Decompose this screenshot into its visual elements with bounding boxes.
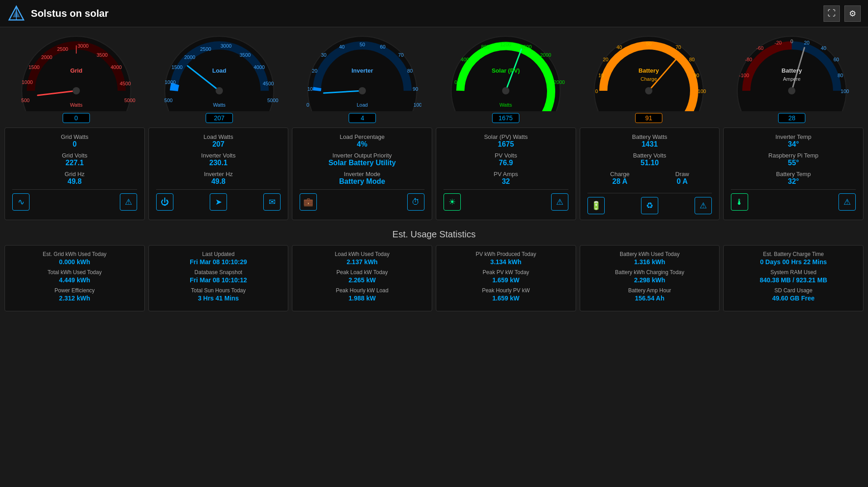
svg-text:5000: 5000 — [267, 98, 278, 103]
batt-charging-value: 2.298 kWh — [587, 276, 712, 284]
message-icon[interactable]: ✉ — [263, 193, 281, 211]
svg-text:Watts: Watts — [499, 102, 512, 108]
load-pct-label: Load Percentage — [300, 133, 424, 140]
svg-text:0: 0 — [595, 89, 598, 94]
clock-icon[interactable]: ⏱ — [407, 193, 424, 211]
load-info-card: Load Watts 207 Inverter Volts 230.1 Inve… — [148, 128, 289, 220]
last-updated-value: Fri Mar 08 10:10:29 — [156, 258, 281, 266]
svg-text:2000: 2000 — [553, 79, 564, 85]
last-updated-label: Last Updated — [156, 251, 281, 257]
pv-volts-label: PV Volts — [444, 152, 568, 159]
peak-pv-label: Peak PV kW Today — [444, 269, 568, 275]
recycle-icon[interactable]: ♻ — [641, 197, 658, 214]
fullscreen-button[interactable]: ⛶ — [824, 5, 840, 22]
peak-hourly-pv-value: 1.659 kW — [444, 295, 568, 302]
briefcase-icon[interactable]: 💼 — [300, 193, 317, 211]
svg-text:80: 80 — [838, 73, 843, 78]
battery-charge-gauge-badge: 91 — [635, 113, 662, 123]
load-gauge-badge: 207 — [206, 113, 233, 123]
batt-charging-label: Battery kWh Charging Today — [587, 269, 712, 275]
grid-hz-value: 49.8 — [12, 177, 137, 186]
svg-text:50: 50 — [646, 41, 651, 46]
header-left: Solstus on solar — [7, 5, 108, 23]
pv-amps-value: 32 — [444, 177, 568, 186]
charge-draw-row: Charge 28 A Draw 0 A — [587, 171, 712, 189]
info-cards-row: Grid Watts 0 Grid Volts 227.1 Grid Hz 49… — [0, 123, 868, 225]
batt-kwh-label: Battery kWh Used Today — [587, 251, 712, 257]
wave-icon[interactable]: ∿ — [12, 193, 30, 211]
svg-text:Inverter: Inverter — [351, 67, 373, 74]
charge-label: Charge — [610, 171, 630, 177]
header-right: ⛶ ⚙ — [824, 5, 861, 22]
power-eff-value: 2.312 kWh — [12, 295, 137, 302]
svg-text:Battery: Battery — [639, 67, 660, 74]
db-snapshot-value: Fri Mar 08 10:10:12 — [156, 276, 281, 284]
send-icon[interactable]: ➤ — [210, 193, 227, 211]
load-watts-label: Load Watts — [156, 133, 281, 140]
battery-stats-card: Battery kWh Used Today 1.316 kWh Battery… — [580, 245, 720, 311]
charge-value: 28 A — [610, 177, 630, 186]
solar-watts-label: Solar (PV) Watts — [444, 133, 568, 140]
pv-kwh-label: PV kWh Produced Today — [444, 251, 568, 257]
draw-value: 0 A — [676, 177, 689, 186]
svg-text:3000: 3000 — [221, 43, 232, 49]
inverter-info-card: Load Percentage 4% Inverter Output Prior… — [292, 128, 432, 220]
svg-text:1600: 1600 — [520, 44, 531, 49]
svg-text:0: 0 — [306, 102, 309, 108]
svg-text:70: 70 — [676, 44, 681, 50]
svg-text:90: 90 — [694, 73, 699, 78]
inverter-volts-value: 230.1 — [156, 159, 281, 167]
thermometer-icon[interactable]: 🌡 — [731, 193, 748, 211]
inverter-gauge-container: 30 40 50 60 70 20 80 Inverter 10 90 0 Lo… — [294, 32, 430, 123]
load-kwh-value: 2.137 kWh — [300, 258, 424, 266]
svg-text:10: 10 — [598, 73, 604, 78]
solar-panel-icon[interactable]: ☀ — [444, 193, 461, 211]
pi-temp-label: Raspberry Pi Temp — [731, 152, 856, 159]
battery-card-icons: 🔋 ♻ ⚠ — [587, 193, 712, 214]
peak-load-value: 2.265 kW — [300, 276, 424, 284]
total-kwh-label: Total kWh Used Today — [12, 269, 137, 275]
battery-charge-gauge-container: 10 20 40 50 70 80 90 Battery Charge 0 10… — [581, 32, 717, 123]
header: Solstus on solar ⛶ ⚙ — [0, 0, 868, 27]
misc-stats-card: Est. Battery Charge Time 0 Days 00 Hrs 2… — [723, 245, 863, 311]
batt-charge-time-label: Est. Battery Charge Time — [731, 251, 856, 257]
inv-mode-label: Inverter Mode — [300, 171, 424, 177]
solar-warning-icon[interactable]: ⚠ — [551, 193, 568, 211]
load-gauge: 2000 2500 3000 1500 3500 Load 1000 4000 … — [160, 32, 278, 111]
temp-warning-icon[interactable]: ⚠ — [838, 193, 856, 211]
svg-text:-20: -20 — [774, 40, 782, 45]
grid-volts-label: Grid Volts — [12, 152, 137, 159]
battery-ampere-gauge-container: -100 -80 -60 -20 0 20 40 60 80 Battery A… — [724, 32, 860, 123]
svg-text:90: 90 — [413, 86, 418, 92]
grid-stats-card: Est. Grid kWh Used Today 0.000 kWh Total… — [5, 245, 145, 311]
load-gauge-container: 2000 2500 3000 1500 3500 Load 1000 4000 … — [151, 32, 287, 123]
grid-watts-value: 0 — [12, 140, 137, 148]
temp-card-icons: 🌡 ⚠ — [731, 189, 856, 211]
inverter-volts-label: Inverter Volts — [156, 152, 281, 159]
batt-temp-value: 32° — [731, 177, 856, 186]
pv-amps-label: PV Amps — [444, 171, 568, 177]
logo-icon — [7, 5, 25, 23]
pv-volts-value: 76.9 — [444, 159, 568, 167]
svg-text:2000: 2000 — [540, 52, 551, 58]
grid-kwh-label: Est. Grid kWh Used Today — [12, 251, 137, 257]
svg-text:100: 100 — [698, 89, 706, 94]
total-kwh-value: 4.449 kWh — [12, 276, 137, 284]
battery-watts-value: 1431 — [587, 140, 712, 148]
db-snapshot-label: Database Snapshot — [156, 269, 281, 275]
grid-info-card: Grid Watts 0 Grid Volts 227.1 Grid Hz 49… — [5, 128, 145, 220]
svg-text:4500: 4500 — [119, 81, 130, 86]
battery-watts-label: Battery Watts — [587, 133, 712, 140]
power-icon[interactable]: ⏻ — [156, 193, 173, 211]
grid-warning-icon[interactable]: ⚠ — [120, 193, 137, 211]
power-eff-label: Power Efficiency — [12, 287, 137, 294]
svg-text:5000: 5000 — [124, 98, 135, 103]
svg-point-64 — [645, 87, 652, 94]
svg-text:2000: 2000 — [184, 54, 195, 60]
svg-text:3000: 3000 — [77, 43, 88, 49]
grid-gauge-badge: 0 — [63, 113, 90, 123]
battery-warning-icon[interactable]: ⚠ — [695, 197, 712, 214]
battery-icon[interactable]: 🔋 — [587, 197, 605, 214]
batt-charge-time-value: 0 Days 00 Hrs 22 Mins — [731, 258, 856, 266]
settings-button[interactable]: ⚙ — [844, 5, 861, 22]
